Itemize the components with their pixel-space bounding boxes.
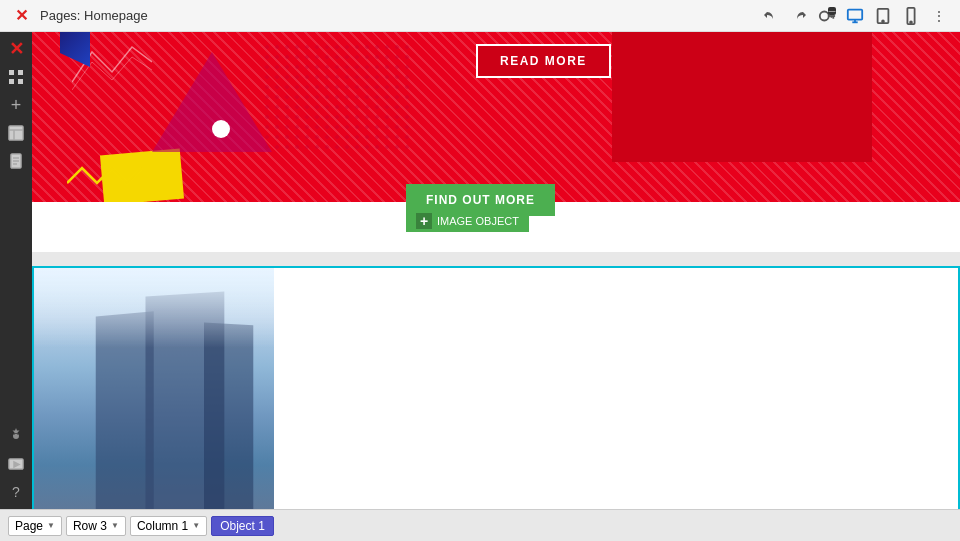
left-sidebar: ✕ + ? [0, 32, 32, 509]
tablet-icon[interactable] [872, 5, 894, 27]
building-image [34, 268, 274, 509]
bottom-bar: Page ▼ Row 3 ▼ Column 1 ▼ Object 1 [0, 509, 960, 541]
mobile-icon[interactable] [900, 5, 922, 27]
plus-icon: + [416, 213, 432, 229]
dots-pattern [262, 42, 412, 152]
row-breadcrumb[interactable]: Row 3 ▼ [66, 516, 126, 536]
sky [34, 268, 274, 348]
redo-button[interactable] [788, 5, 810, 27]
content-box [32, 266, 960, 509]
main-area: ✕ + ? [0, 32, 960, 509]
column-chevron-icon: ▼ [192, 521, 200, 530]
building-right [204, 323, 253, 509]
top-bar: ✕ Pages: Homepage — ⋮ [0, 0, 960, 32]
svg-point-8 [882, 20, 884, 22]
svg-rect-14 [18, 79, 23, 84]
sidebar-layout-icon[interactable] [3, 120, 29, 146]
white-circle [212, 120, 230, 138]
close-icon[interactable]: ✕ [10, 5, 32, 27]
more-options-icon[interactable]: ⋮ [928, 5, 950, 27]
sidebar-grid-icon[interactable] [3, 64, 29, 90]
svg-point-10 [910, 21, 912, 23]
content-row [32, 266, 960, 509]
row-chevron-icon: ▼ [111, 521, 119, 530]
sidebar-close-icon[interactable]: ✕ [3, 36, 29, 62]
svg-rect-13 [9, 79, 14, 84]
key-icon[interactable]: — [816, 5, 838, 27]
read-more-button[interactable]: READ MORE [476, 44, 611, 78]
red-banner-box [612, 32, 872, 162]
app-title: Pages: Homepage [40, 8, 148, 23]
sidebar-pages-icon[interactable] [3, 148, 29, 174]
page-breadcrumb[interactable]: Page ▼ [8, 516, 62, 536]
content-text-area [274, 268, 958, 509]
sidebar-help-icon[interactable]: ? [3, 479, 29, 505]
sidebar-settings-icon[interactable] [3, 423, 29, 449]
sidebar-media-icon[interactable] [3, 451, 29, 477]
desktop-icon[interactable] [844, 5, 866, 27]
svg-rect-15 [9, 126, 23, 140]
yellow-zigzag [67, 163, 147, 197]
svg-rect-12 [18, 70, 23, 75]
svg-rect-11 [9, 70, 14, 75]
sidebar-add-icon[interactable]: + [3, 92, 29, 118]
action-bar-area: FIND OUT MORE + IMAGE OBJECT [32, 202, 960, 252]
top-bar-right: — ⋮ [760, 5, 950, 27]
red-hero-section: READ MORE [32, 32, 960, 202]
undo-button[interactable] [760, 5, 782, 27]
image-object-bar[interactable]: + IMAGE OBJECT [406, 210, 529, 232]
svg-rect-4 [848, 9, 862, 19]
page-chevron-icon: ▼ [47, 521, 55, 530]
canvas-area: READ MORE FIND OUT MORE + IMAGE OBJECT [32, 32, 960, 509]
top-bar-left: ✕ Pages: Homepage [10, 5, 148, 27]
column-breadcrumb[interactable]: Column 1 ▼ [130, 516, 207, 536]
object-breadcrumb[interactable]: Object 1 [211, 516, 274, 536]
pink-triangle [152, 52, 272, 152]
